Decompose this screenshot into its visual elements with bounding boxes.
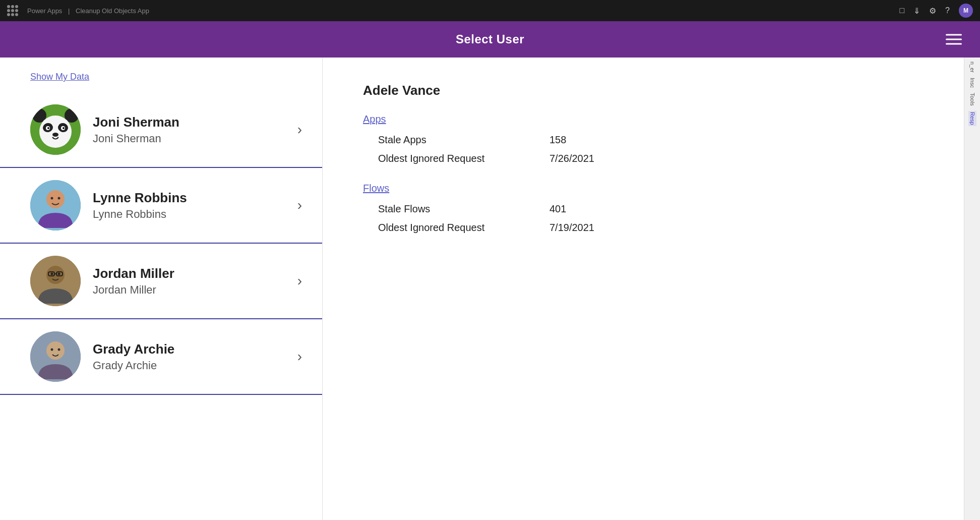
svg-point-24 xyxy=(51,349,53,351)
svg-point-9 xyxy=(63,127,65,129)
left-panel: Show My Data xyxy=(0,57,323,520)
user-email-grady-archie: Grady Archie xyxy=(93,359,285,372)
detail-row-oldest-ignored-flows: Oldest Ignored Request 7/19/2021 xyxy=(363,222,924,234)
stale-flows-value: 401 xyxy=(549,203,566,215)
flows-link[interactable]: Flows xyxy=(363,183,924,194)
stale-apps-value: 158 xyxy=(549,134,566,146)
detail-section-apps: Apps Stale Apps 158 Oldest Ignored Reque… xyxy=(363,113,924,164)
user-info-lynne-robbins: Lynne Robbins Lynne Robbins xyxy=(93,190,285,221)
user-email-joni-sherman: Joni Sherman xyxy=(93,132,285,145)
chevron-right-joni-sherman: › xyxy=(297,122,302,138)
user-info-jordan-miller: Jordan Miller Jordan Miller xyxy=(93,266,285,297)
app-title-bar: Select User xyxy=(0,21,980,57)
user-item-grady-archie[interactable]: Grady Archie Grady Archie › xyxy=(0,319,322,395)
browser-tool-4[interactable]: Resp xyxy=(968,111,976,126)
header-icons: □ ⇓ ⚙ ? M xyxy=(899,4,973,18)
grid-icon xyxy=(7,5,18,16)
svg-point-16 xyxy=(46,266,65,284)
user-name-grady-archie: Grady Archie xyxy=(93,341,285,357)
app-title: Power Apps | Cleanup Old Objects App xyxy=(25,7,151,15)
user-name-lynne-robbins: Lynne Robbins xyxy=(93,190,285,206)
avatar-joni-sherman xyxy=(30,104,81,155)
chevron-right-jordan-miller: › xyxy=(297,273,302,289)
svg-point-10 xyxy=(52,133,58,137)
stale-flows-label: Stale Flows xyxy=(378,203,549,215)
avatar-lynne-robbins xyxy=(30,180,81,230)
svg-point-13 xyxy=(51,197,53,200)
page-title: Select User xyxy=(456,32,524,46)
stale-apps-label: Stale Apps xyxy=(378,134,549,146)
user-email-jordan-miller: Jordan Miller xyxy=(93,283,285,297)
chevron-right-lynne-robbins: › xyxy=(297,197,302,213)
chevron-right-grady-archie: › xyxy=(297,349,302,365)
user-info-grady-archie: Grady Archie Grady Archie xyxy=(93,341,285,372)
oldest-ignored-flows-label: Oldest Ignored Request xyxy=(378,222,549,234)
settings-icon[interactable]: ⚙ xyxy=(929,6,936,16)
svg-point-14 xyxy=(58,197,60,200)
browser-tool-2[interactable]: Insc xyxy=(969,78,975,88)
oldest-ignored-apps-label: Oldest Ignored Request xyxy=(378,153,549,164)
oldest-ignored-apps-value: 7/26/2021 xyxy=(549,153,594,164)
avatar-grady-archie xyxy=(30,331,81,382)
hamburger-menu[interactable] xyxy=(942,30,966,49)
user-name-jordan-miller: Jordan Miller xyxy=(93,266,285,281)
detail-row-stale-apps: Stale Apps 158 xyxy=(363,134,924,146)
user-item-joni-sherman[interactable]: Joni Sherman Joni Sherman › xyxy=(0,92,322,168)
app-header: Power Apps | Cleanup Old Objects App □ ⇓… xyxy=(0,0,980,21)
detail-row-stale-flows: Stale Flows 401 xyxy=(363,203,924,215)
detail-section-flows: Flows Stale Flows 401 Oldest Ignored Req… xyxy=(363,183,924,234)
oldest-ignored-flows-value: 7/19/2021 xyxy=(549,222,594,234)
help-icon[interactable]: ? xyxy=(945,6,950,15)
user-name-joni-sherman: Joni Sherman xyxy=(93,114,285,130)
detail-user-name: Adele Vance xyxy=(363,83,924,98)
svg-point-25 xyxy=(58,349,60,351)
show-my-data-link[interactable]: Show My Data xyxy=(0,57,322,92)
svg-point-3 xyxy=(39,115,72,148)
download-icon[interactable]: ⇓ xyxy=(913,6,920,16)
avatar-jordan-miller xyxy=(30,256,81,306)
user-list: Joni Sherman Joni Sherman › xyxy=(0,92,322,520)
svg-point-8 xyxy=(47,127,49,129)
chat-icon[interactable]: □ xyxy=(899,6,904,15)
user-item-lynne-robbins[interactable]: Lynne Robbins Lynne Robbins › xyxy=(0,168,322,244)
user-item-jordan-miller[interactable]: Jordan Miller Jordan Miller › xyxy=(0,244,322,319)
apps-link[interactable]: Apps xyxy=(363,113,924,125)
user-info-joni-sherman: Joni Sherman Joni Sherman xyxy=(93,114,285,145)
browser-tool-1[interactable]: n_er xyxy=(969,62,975,73)
svg-point-17 xyxy=(51,273,53,275)
right-panel: Adele Vance Apps Stale Apps 158 Oldest I… xyxy=(323,57,964,520)
browser-tool-3[interactable]: Tools xyxy=(969,93,975,106)
user-email-lynne-robbins: Lynne Robbins xyxy=(93,208,285,221)
detail-row-oldest-ignored-apps: Oldest Ignored Request 7/26/2021 xyxy=(363,153,924,164)
svg-point-12 xyxy=(46,190,65,208)
svg-point-23 xyxy=(46,341,65,360)
user-avatar[interactable]: M xyxy=(959,4,973,18)
svg-point-18 xyxy=(58,273,60,275)
main-content: Show My Data xyxy=(0,57,980,520)
browser-tools-panel: n_er Insc Tools Resp xyxy=(964,57,980,520)
